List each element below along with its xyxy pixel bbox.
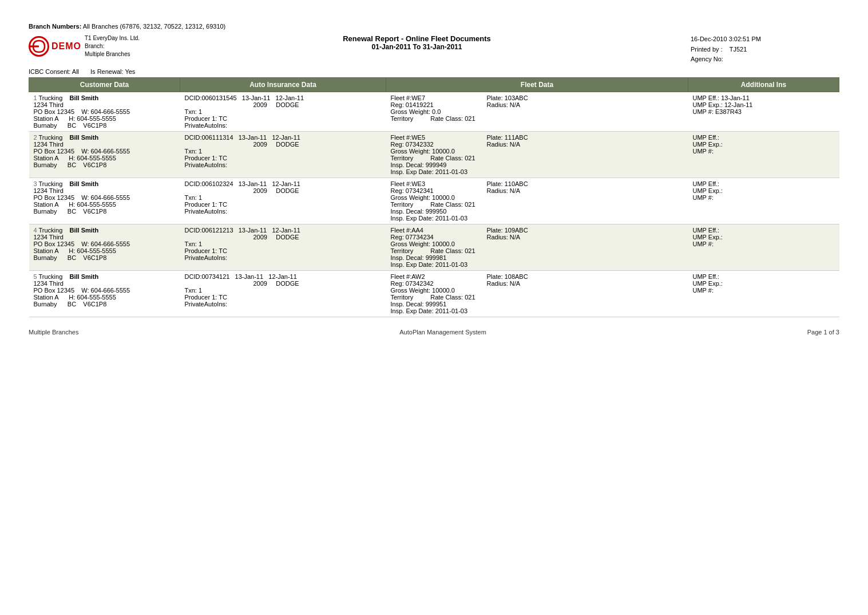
fleet-left: Fleet #:WE3 Reg: 07342341 Gross Weight: … (391, 180, 475, 222)
territory-rate: Territory Rate Class: 021 (391, 294, 475, 301)
address3: Station A H: 604-555-5555 (34, 247, 176, 254)
dcid-dates: DCID:006121213 13-Jan-11 12-Jan-11 (185, 227, 382, 234)
exp-year: 2009 (253, 187, 267, 194)
private-auto: PrivateAutoIns: (185, 208, 382, 215)
ump-num: UMP #: E387R43 (693, 108, 835, 115)
printed-by: Printed by : TJ521 (691, 45, 839, 55)
fleet-cell: Fleet #:WE3 Reg: 07342341 Gross Weight: … (386, 178, 688, 224)
branch-numbers: Branch Numbers: All Branches (67876, 321… (29, 23, 839, 30)
producer: Producer 1: TC (185, 155, 382, 161)
make: DODGE (276, 280, 299, 287)
agency-no-label: Agency No: (691, 56, 723, 62)
exp-year: 2009 (253, 234, 267, 241)
icbc-consent-value: All (72, 68, 79, 75)
eff-date: 13-Jan-11 (239, 180, 267, 187)
fleet-no: Fleet #:WE7 (391, 94, 475, 101)
report-title: Renewal Report - Online Fleet Documents (143, 34, 691, 43)
fleet-no: Fleet #:AA4 (391, 227, 475, 234)
eff-date: 13-Jan-11 (239, 227, 267, 234)
territory: Territory (391, 294, 414, 301)
page: Branch Numbers: All Branches (67876, 321… (11, 11, 857, 604)
fleet-left: Fleet #:AA4 Reg: 07734234 Gross Weight: … (391, 227, 475, 268)
txn: Txn: 1 (185, 241, 382, 247)
branch-numbers-label: Branch Numbers: (29, 23, 81, 30)
additional-ins-cell: UMP Eff.: 13-Jan-11 UMP Exp.: 12-Jan-11 … (688, 92, 839, 131)
additional-ins-cell: UMP Eff.: UMP Exp.: UMP #: (688, 270, 839, 317)
territory: Territory (391, 247, 414, 254)
table-header-row: Customer Data Auto Insurance Data Fleet … (29, 77, 839, 92)
territory-rate: Territory Rate Class: 021 (391, 155, 475, 161)
address1: 1234 Third (34, 141, 176, 148)
dcid-dates: DCID:00734121 13-Jan-11 12-Jan-11 (185, 273, 382, 280)
territory: Territory (391, 115, 414, 122)
company-info: T1 EveryDay Ins. Ltd. Branch: Multiple B… (85, 34, 140, 58)
dcid: DCID:00734121 (185, 273, 230, 280)
exp-date: 12-Jan-11 (272, 134, 300, 141)
ump-eff: UMP Eff.: (693, 273, 835, 280)
header-section: DEMO T1 EveryDay Ins. Ltd. Branch: Multi… (29, 34, 839, 65)
radius: Radius: N/A (487, 101, 528, 108)
insp-exp-date: Insp. Exp Date: 2011-01-03 (391, 261, 475, 268)
demo-text: DEMO (51, 41, 81, 52)
right-header: 16-Dec-2010 3:02:51 PM Printed by : TJ52… (691, 34, 839, 65)
fleet-top: Fleet #:WE3 Reg: 07342341 Gross Weight: … (391, 180, 684, 222)
make: DODGE (276, 141, 299, 148)
address2: PO Box 12345 W: 604-666-5555 (34, 241, 176, 247)
icbc-consent: ICBC Consent: All (29, 68, 79, 75)
producer: Producer 1: TC (185, 115, 382, 122)
txn: Txn: 1 (185, 148, 382, 155)
address1: 1234 Third (34, 280, 176, 287)
col-auto-insurance-data: Auto Insurance Data (180, 77, 386, 92)
ump-num: UMP #: (693, 194, 835, 201)
is-renewal-value: Yes (125, 68, 135, 75)
private-auto: PrivateAutoIns: (185, 122, 382, 129)
fleet-no: Fleet #:WE5 (391, 134, 475, 141)
company-name: T1 EveryDay Ins. Ltd. (85, 34, 140, 42)
private-auto: PrivateAutoIns: (185, 161, 382, 168)
insp-decal: Insp. Decal: 999949 (391, 161, 475, 168)
col-fleet-data: Fleet Data (386, 77, 688, 92)
gross-weight: Gross Weight: 10000.0 (391, 194, 475, 201)
fleet-top: Fleet #:AA4 Reg: 07734234 Gross Weight: … (391, 227, 684, 268)
plate: Plate: 103ABC (487, 94, 528, 101)
fleet-reg: Reg: 07734234 (391, 234, 475, 241)
rate-class: Rate Class: 021 (430, 115, 475, 122)
exp-year: 2009 (253, 101, 267, 108)
report-title-area: Renewal Report - Online Fleet Documents … (143, 34, 691, 51)
fleet-no: Fleet #:WE3 (391, 180, 475, 187)
logo-circle (29, 36, 49, 57)
col-customer-data: Customer Data (29, 77, 180, 92)
dcid-dates: DCID:006111314 13-Jan-11 12-Jan-11 (185, 134, 382, 141)
consent-row: ICBC Consent: All Is Renewal: Yes (29, 68, 839, 75)
address1: 1234 Third (34, 187, 176, 194)
table-row: 5 Trucking Bill Smith 1234 Third PO Box … (29, 270, 839, 317)
fleet-no: Fleet #:AW2 (391, 273, 475, 280)
address4: Burnaby BC V6C1P8 (34, 161, 176, 168)
fleet-right: Plate: 109ABC Radius: N/A (487, 227, 528, 268)
txn: Txn: 1 (185, 108, 382, 115)
col-additional-ins: Additional Ins (688, 77, 839, 92)
year-make: 2009 DODGE (185, 141, 382, 148)
auto-insurance-cell: DCID:00734121 13-Jan-11 12-Jan-11 2009 D… (180, 270, 386, 317)
customer-cell: 4 Trucking Bill Smith 1234 Third PO Box … (29, 224, 180, 270)
address1: 1234 Third (34, 101, 176, 108)
exp-date: 12-Jan-11 (272, 180, 300, 187)
plate: Plate: 108ABC (487, 273, 528, 280)
dcid-dates: DCID:0060131545 13-Jan-11 12-Jan-11 (185, 94, 382, 101)
make: DODGE (276, 187, 299, 194)
customer-cell: 3 Trucking Bill Smith 1234 Third PO Box … (29, 178, 180, 224)
table-row: 2 Trucking Bill Smith 1234 Third PO Box … (29, 131, 839, 178)
auto-insurance-cell: DCID:006102324 13-Jan-11 12-Jan-11 2009 … (180, 178, 386, 224)
make: DODGE (276, 234, 299, 241)
branch-label: Branch: (85, 43, 104, 49)
ump-exp: UMP Exp.: 12-Jan-11 (693, 101, 835, 108)
address1: 1234 Third (34, 234, 176, 241)
fleet-left: Fleet #:AW2 Reg: 07342342 Gross Weight: … (391, 273, 475, 314)
address3: Station A H: 604-555-5555 (34, 155, 176, 161)
branch-label-info: Branch: (85, 42, 140, 50)
insp-exp-date: Insp. Exp Date: 2011-01-03 (391, 168, 475, 175)
fleet-top: Fleet #:AW2 Reg: 07342342 Gross Weight: … (391, 273, 684, 314)
is-renewal-label: Is Renewal: (90, 68, 123, 75)
fleet-top: Fleet #:WE7 Reg: 01419221 Gross Weight: … (391, 94, 684, 122)
year-make: 2009 DODGE (185, 234, 382, 241)
